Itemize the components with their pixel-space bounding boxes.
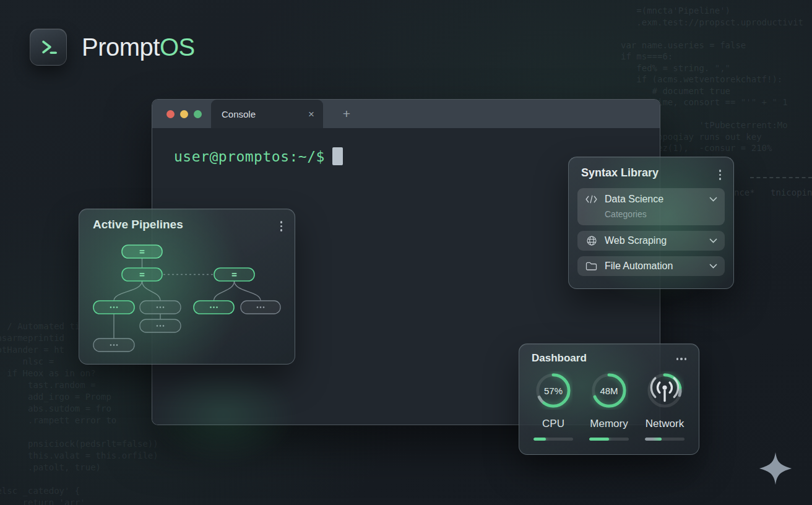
syntax-library-list: Data Science Categories Web Scraping: [577, 188, 725, 282]
chevron-down-icon: [709, 197, 717, 202]
pipeline-node-left-child-2[interactable]: [140, 301, 181, 314]
chevron-down-icon: [709, 238, 717, 243]
tab-label: Console: [222, 109, 256, 119]
gauge-cpu: 57% CPU: [527, 371, 580, 441]
list-item-file-automation[interactable]: File Automation: [577, 256, 725, 276]
gauge-label: Network: [646, 418, 684, 430]
pipeline-node-root[interactable]: [122, 245, 162, 258]
pipeline-node-left-leaf[interactable]: [93, 339, 134, 352]
prompt-text: user@promptos:~/$: [174, 149, 325, 165]
terminal-cursor: [332, 147, 343, 165]
terminal-prompt-line: user@promptos:~/$: [174, 147, 343, 165]
close-traffic-light[interactable]: [166, 110, 175, 118]
pipeline-connector: [114, 281, 142, 301]
list-item-label: File Automation: [605, 261, 673, 272]
kebab-menu-icon[interactable]: [717, 167, 724, 183]
gauge-value: 48M: [590, 371, 628, 410]
pipeline-node-left-child-1[interactable]: [93, 301, 134, 314]
pipeline-node-right-child-2[interactable]: [241, 301, 280, 314]
ellipsis-menu-icon[interactable]: [674, 355, 689, 363]
list-item-label: Data Science: [605, 194, 663, 205]
minimize-traffic-light[interactable]: [180, 110, 188, 118]
pipeline-node-right-child-1[interactable]: [194, 301, 234, 314]
four-point-star-icon: [756, 449, 795, 490]
mini-progress-bar: [533, 438, 573, 441]
gauge-value: 57%: [534, 371, 572, 410]
list-item-sublabel: Categories: [605, 209, 717, 219]
background-code-mid-right: nce* tnicoping: [734, 187, 812, 199]
pipeline-connector: [214, 281, 235, 301]
pipeline-node-left-grandchild[interactable]: [140, 319, 181, 332]
page-title: PromptOS: [82, 33, 195, 61]
terminal-prompt-icon: [30, 28, 67, 66]
gauge-memory: 48M Memory: [582, 371, 636, 441]
gauge-label: CPU: [542, 418, 564, 430]
mini-progress-bar: [645, 438, 685, 441]
gauge-label: Memory: [590, 418, 628, 430]
card-title: Dashboard: [532, 352, 587, 365]
brand-primary: Prompt: [82, 33, 160, 61]
brand-accent: OS: [160, 33, 195, 61]
pipeline-node-stage-left[interactable]: [122, 268, 162, 281]
new-tab-button[interactable]: +: [337, 100, 356, 128]
card-title: Syntax Library: [581, 166, 659, 179]
list-item-web-scraping[interactable]: Web Scraping: [577, 231, 725, 251]
gauge-network: Network: [638, 371, 691, 441]
stage: =(mncta'Pipeline') .exm.test://propsct.u…: [0, 0, 812, 505]
expand-traffic-light[interactable]: [194, 110, 202, 118]
mini-progress-bar: [589, 438, 629, 441]
pipeline-connector: [142, 281, 161, 301]
code-icon: [585, 195, 597, 204]
terminal-tab-bar: Console × +: [152, 100, 660, 128]
close-icon[interactable]: ×: [308, 109, 314, 119]
chevron-down-icon: [709, 264, 717, 269]
list-item-label: Web Scraping: [605, 235, 667, 246]
tab-console[interactable]: Console ×: [211, 100, 323, 128]
active-pipelines-card: Active Pipelines: [79, 209, 295, 365]
dashed-line-decoration: [750, 177, 812, 178]
list-item-data-science[interactable]: Data Science Categories: [577, 188, 725, 225]
globe-icon: [585, 235, 597, 246]
folder-icon: [585, 261, 597, 271]
antenna-icon: [646, 371, 684, 410]
pipeline-diagram: [79, 209, 295, 364]
syntax-library-card: Syntax Library Data Science Categories: [568, 157, 734, 289]
brand: PromptOS: [30, 28, 195, 66]
gauge-row: 57% CPU 48M Memory: [525, 371, 693, 441]
pipeline-node-stage-right[interactable]: [214, 268, 254, 281]
dashboard-card: Dashboard 57% CPU: [519, 343, 699, 455]
pipeline-connector: [235, 281, 261, 301]
